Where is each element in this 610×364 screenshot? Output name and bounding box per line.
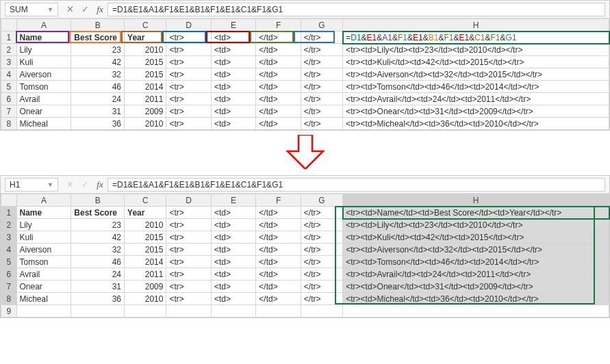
cell-A1[interactable]: Name [16, 31, 71, 44]
cell-F6[interactable]: </td> [256, 268, 301, 281]
cell-E5[interactable]: <td> [211, 256, 255, 268]
cell-H4[interactable]: <tr><td>Aiverson</td><td>32</td><td>2015… [343, 244, 609, 256]
cell-D5[interactable]: <tr> [166, 81, 211, 93]
cell-E2[interactable]: <td> [211, 219, 255, 231]
cell-F6[interactable]: </td> [256, 93, 301, 105]
confirm-icon[interactable]: ✓ [77, 179, 92, 190]
col-header-C[interactable]: C [125, 19, 166, 31]
fx-icon[interactable]: fx [92, 179, 107, 190]
cell-D6[interactable]: <tr> [166, 268, 211, 281]
cell-E7[interactable]: <td> [211, 281, 255, 293]
cell-D9[interactable] [166, 305, 211, 317]
cell-F5[interactable]: </td> [256, 256, 301, 268]
cell-A2[interactable]: Lily [16, 44, 71, 56]
cell-D3[interactable]: <tr> [166, 231, 211, 244]
fx-icon[interactable]: fx [92, 4, 107, 15]
cell-E9[interactable] [211, 305, 255, 317]
row-header-7[interactable]: 7 [1, 281, 17, 293]
cell-A3[interactable]: Kuli [16, 231, 71, 244]
cell-E4[interactable]: <td> [211, 244, 255, 256]
cell-C5[interactable]: 2014 [125, 256, 166, 268]
cell-H1[interactable]: =D1&E1&A1&F1&E1&B1&F1&E1&C1&F1&G1 [343, 31, 609, 44]
col-header-F[interactable]: F [256, 194, 301, 207]
cell-G9[interactable] [301, 305, 342, 317]
name-box[interactable]: H1 ▼ [5, 178, 58, 192]
cell-A6[interactable]: Avrail [16, 93, 71, 105]
cell-B7[interactable]: 31 [71, 105, 125, 118]
cell-H3[interactable]: <tr><td>Kuli</td><td>42</td><td>2015</td… [343, 56, 609, 68]
cell-C4[interactable]: 2015 [125, 244, 166, 256]
cell-H2[interactable]: <tr><td>Lily</td><td>23</td><td>2010</td… [343, 44, 609, 56]
cell-A4[interactable]: Aiverson [16, 244, 71, 256]
cell-E8[interactable]: <td> [211, 293, 255, 305]
cell-H7[interactable]: <tr><td>Onear</td><td>31</td><td>2009</t… [343, 105, 609, 118]
cell-G2[interactable]: </tr> [301, 219, 342, 231]
cell-D7[interactable]: <tr> [166, 281, 211, 293]
cell-B1[interactable]: Best Score [71, 207, 125, 219]
cell-H4[interactable]: <tr><td>Aiverson</td><td>32</td><td>2015… [343, 68, 609, 81]
cell-C1[interactable]: Year [125, 31, 166, 44]
cell-F3[interactable]: </td> [256, 231, 301, 244]
cell-D2[interactable]: <tr> [166, 44, 211, 56]
cell-D6[interactable]: <tr> [166, 93, 211, 105]
row-header-7[interactable]: 7 [1, 105, 17, 118]
col-header-B[interactable]: B [71, 194, 125, 207]
cell-E4[interactable]: <td> [211, 68, 255, 81]
cell-C8[interactable]: 2010 [125, 293, 166, 305]
cell-A2[interactable]: Lily [16, 219, 71, 231]
row-header-2[interactable]: 2 [1, 219, 17, 231]
cell-F2[interactable]: </td> [256, 44, 301, 56]
col-header-A[interactable]: A [16, 194, 71, 207]
row-header-3[interactable]: 3 [1, 231, 17, 244]
name-box-dropdown-icon[interactable]: ▼ [47, 181, 53, 188]
row-header-5[interactable]: 5 [1, 256, 17, 268]
cell-H7[interactable]: <tr><td>Onear</td><td>31</td><td>2009</t… [343, 281, 609, 293]
cell-B4[interactable]: 32 [71, 68, 125, 81]
select-all-corner[interactable] [1, 19, 17, 31]
cell-D1[interactable]: <tr> [166, 31, 211, 44]
col-header-D[interactable]: D [166, 194, 211, 207]
cell-A8[interactable]: Micheal [16, 118, 71, 130]
cell-H5[interactable]: <tr><td>Tomson</td><td>46</td><td>2014</… [343, 256, 609, 268]
cell-G3[interactable]: </tr> [301, 56, 342, 68]
cell-F5[interactable]: </td> [256, 81, 301, 93]
cell-G7[interactable]: </tr> [301, 105, 342, 118]
cell-A5[interactable]: Tomson [16, 256, 71, 268]
cell-C4[interactable]: 2015 [125, 68, 166, 81]
cell-D4[interactable]: <tr> [166, 68, 211, 81]
cell-D1[interactable]: <tr> [166, 207, 211, 219]
cell-H2[interactable]: <tr><td>Lily</td><td>23</td><td>2010</td… [343, 219, 609, 231]
cell-C7[interactable]: 2009 [125, 105, 166, 118]
cell-C3[interactable]: 2015 [125, 231, 166, 244]
cell-G3[interactable]: </tr> [301, 231, 342, 244]
cell-B2[interactable]: 23 [71, 219, 125, 231]
cell-F8[interactable]: </td> [256, 293, 301, 305]
cell-C6[interactable]: 2011 [125, 93, 166, 105]
cell-F9[interactable] [256, 305, 301, 317]
cell-C8[interactable]: 2010 [125, 118, 166, 130]
formula-input[interactable]: =D1&E1&A1&F1&E1&B1&F1&E1&C1&F1&G1 [107, 178, 605, 192]
bottom-grid[interactable]: A B C D E F G H 1NameBest ScoreYear<tr><… [1, 194, 609, 317]
formula-input[interactable]: =D1&E1&A1&F1&E1&B1&F1&E1&C1&F1&G1 [107, 3, 605, 16]
top-grid[interactable]: A B C D E F G H 1NameBest ScoreYear<tr><… [1, 18, 609, 130]
cell-F4[interactable]: </td> [256, 68, 301, 81]
cell-A3[interactable]: Kuli [16, 56, 71, 68]
cell-B9[interactable] [71, 305, 125, 317]
cell-D7[interactable]: <tr> [166, 105, 211, 118]
col-header-B[interactable]: B [71, 19, 125, 31]
col-header-G[interactable]: G [301, 194, 342, 207]
cell-A1[interactable]: Name [16, 207, 71, 219]
cell-A4[interactable]: Aiverson [16, 68, 71, 81]
row-header-4[interactable]: 4 [1, 244, 17, 256]
cell-B1[interactable]: Best Score [71, 31, 125, 44]
cell-E5[interactable]: <td> [211, 81, 255, 93]
cell-C1[interactable]: Year [125, 207, 166, 219]
cell-A7[interactable]: Onear [16, 281, 71, 293]
cell-H6[interactable]: <tr><td>Avrail</td><td>24</td><td>2011</… [343, 93, 609, 105]
cell-D3[interactable]: <tr> [166, 56, 211, 68]
cell-H3[interactable]: <tr><td>Kuli</td><td>42</td><td>2015</td… [343, 231, 609, 244]
row-header-9[interactable]: 9 [1, 305, 17, 317]
cell-C5[interactable]: 2014 [125, 81, 166, 93]
cell-B8[interactable]: 36 [71, 293, 125, 305]
cell-B4[interactable]: 32 [71, 244, 125, 256]
